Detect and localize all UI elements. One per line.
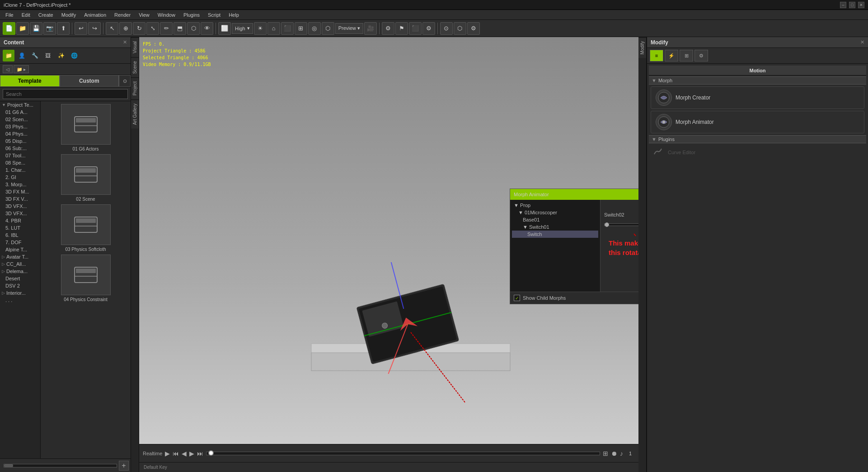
undo-button[interactable]: ↩ [75,22,87,35]
save-button[interactable]: 💾 [30,22,42,35]
tree-item-dots[interactable]: . . . [0,297,40,304]
camera-button[interactable]: ⬜ [218,22,231,35]
tree-item-desert[interactable]: Desert [0,275,40,282]
scale-button[interactable]: ⤡ [146,22,159,35]
menu-create[interactable]: Create [35,11,57,19]
vert-tab-project[interactable]: Project [131,77,139,99]
add-content-button[interactable]: + [119,461,129,471]
tree-item-avatar[interactable]: ▷Avatar T... [0,253,40,260]
morph-creator-item[interactable]: Morph Creator [651,86,864,109]
ma-show-child-checkbox[interactable]: ✓ [514,295,520,301]
vert-tab-artgallery[interactable]: Art Gallery [131,99,139,128]
new-scene-button[interactable]: 📄 [3,22,15,35]
ma-slider[interactable] [604,223,638,226]
fx-button[interactable]: ⬡ [322,22,334,35]
maximize-button[interactable]: □ [849,2,855,8]
audio-button[interactable]: ♪ [620,450,623,457]
thumbnail-03[interactable]: 03 Physics Softcloth [43,204,128,252]
tree-item-ccall[interactable]: ▷CC_All... [0,260,40,268]
tree-item-6ibl[interactable]: 6. IBL [0,231,40,239]
close-button[interactable]: ✕ [858,2,864,8]
tree-item-04[interactable]: 04 Phys... [0,130,40,137]
tree-item-delema[interactable]: ▷Delema... [0,268,40,275]
redo-button[interactable]: ↪ [88,22,101,35]
tree-item-01[interactable]: 01 G6 A... [0,109,40,116]
export-button[interactable]: ⬆ [57,22,70,35]
thumb-box-04[interactable] [61,255,111,295]
dof-button[interactable]: ◎ [308,22,321,35]
tree-item-interior[interactable]: ▷Interior... [0,289,40,297]
tool7-button[interactable]: ⚙ [467,22,480,35]
ma-tree-switch01[interactable]: ▼ Switch01 [512,223,598,231]
select-button[interactable]: ↖ [106,22,118,35]
step-back-button[interactable]: ◀ [182,450,187,457]
vert-tab-scene[interactable]: Scene [131,57,139,77]
tab-options-button[interactable]: ⊙ [119,75,131,87]
tree-item-5lut[interactable]: 5. LUT [0,224,40,231]
content-scrollbar[interactable] [4,464,117,467]
rotate-button[interactable]: ↻ [133,22,145,35]
morph-section-collapse-icon[interactable]: ▼ [652,78,657,83]
record-button[interactable]: 🎥 [364,22,377,35]
content-avatar-icon[interactable]: 👤 [16,50,28,61]
tree-item-4pbr[interactable]: 4. PBR [0,217,40,224]
morph-animator-item[interactable]: Morph Animator [651,111,864,133]
plugins-section-collapse-icon[interactable]: ▼ [652,137,657,142]
tree-item-3dvfx2[interactable]: 3D VFX... [0,210,40,217]
snap-button[interactable]: ⬡ [187,22,200,35]
modify-tab-checker[interactable]: ⊞ [680,50,693,61]
viewport-3d[interactable]: FPS : 0. Project Triangle : 4586 Selecte… [139,37,638,444]
tool2-button[interactable]: ⚑ [395,22,408,35]
grid-button[interactable]: ⊞ [295,22,307,35]
timeline-track[interactable] [206,452,600,455]
menu-file[interactable]: File [2,11,17,19]
tree-root[interactable]: ▼ Project Te... [0,101,40,109]
ma-tree-microscope[interactable]: ▼ 01Microscoper [512,209,598,216]
tree-item-1char[interactable]: 1. Char... [0,166,40,174]
tool3-button[interactable]: ⬛ [409,22,422,35]
thumbnail-02[interactable]: 02 Scene [43,154,128,202]
content-image-icon[interactable]: 🖼 [42,50,54,61]
ma-tree-switch[interactable]: Switch [512,231,598,238]
tree-item-3dfxm[interactable]: 3D FX M... [0,188,40,195]
thumbnail-04[interactable]: 04 Physics Constraint [43,255,128,302]
tab-custom[interactable]: Custom [60,75,119,87]
home-button[interactable]: ⌂ [267,22,280,35]
modify-tab-main[interactable]: ≡ [650,50,663,61]
paint-button[interactable]: ✏ [160,22,173,35]
record-timeline-button[interactable]: ⏺ [611,450,617,457]
tree-item-2gi[interactable]: 2. GI [0,174,40,181]
ma-tree-prop[interactable]: ▼ Prop [512,202,598,209]
visible-button[interactable]: 👁 [201,22,213,35]
minimize-button[interactable]: – [840,2,846,8]
transform-button[interactable]: ⊕ [119,22,132,35]
menu-edit[interactable]: Edit [18,11,34,19]
tree-item-05[interactable]: 05 Disp... [0,137,40,145]
tool5-button[interactable]: ⊙ [440,22,453,35]
ma-tree-base01[interactable]: Base01 [512,216,598,223]
menu-modify[interactable]: Modify [58,11,80,19]
tree-item-3dfxv1[interactable]: 3D FX V... [0,195,40,203]
menu-animation[interactable]: Animation [80,11,110,19]
breadcrumb-back[interactable]: ◁ [3,65,13,73]
tree-item-3dvfx1[interactable]: 3D VFX... [0,203,40,210]
thumb-box-03[interactable] [61,204,111,245]
light-button[interactable]: ☀ [254,22,267,35]
modify-close-icon[interactable]: ✕ [860,39,864,45]
loop-button[interactable]: ⊞ [603,450,608,457]
edit-button[interactable]: ⬒ [174,22,186,35]
tree-item-07[interactable]: 07 Tool... [0,152,40,159]
menu-plugins[interactable]: Plugins [180,11,203,19]
thumbnail-01[interactable]: 01 G6 Actors [43,104,128,151]
tree-item-02[interactable]: 02 Scen... [0,116,40,123]
open-button[interactable]: 📁 [16,22,29,35]
tree-item-06[interactable]: 06 Sub:... [0,145,40,152]
menu-script[interactable]: Script [204,11,224,19]
tool4-button[interactable]: ⚙ [422,22,435,35]
breadcrumb-folder[interactable]: 📁 ▸ [14,65,29,73]
timeline-playhead[interactable] [208,450,214,456]
tree-item-3morph[interactable]: 3. Morp... [0,181,40,188]
prev-frame-button[interactable]: ⏮ [173,450,179,457]
content-scene-icon[interactable]: 🌐 [68,50,80,61]
tree-item-08[interactable]: 08 Spe... [0,159,40,166]
